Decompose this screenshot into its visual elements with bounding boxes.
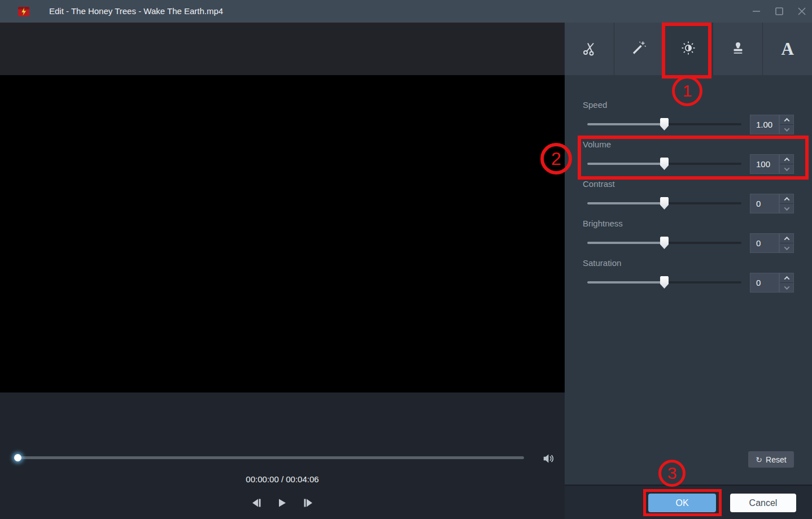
brightness-value-field[interactable]: 0 (750, 233, 779, 253)
contrast-label: Contrast (583, 179, 615, 189)
edit-panel: A Speed 1.00 Volume 100 Contr (565, 23, 812, 519)
text-icon: A (781, 39, 793, 59)
scissors-icon (581, 40, 597, 58)
contrast-slider[interactable] (587, 202, 741, 204)
speed-label: Speed (583, 100, 607, 110)
ok-button[interactable]: OK (648, 494, 716, 512)
volume-row: Volume 100 (583, 139, 794, 179)
brightness-label: Brightness (583, 219, 623, 228)
brightness-slider[interactable] (587, 242, 741, 244)
speed-slider[interactable] (587, 123, 741, 125)
panel-footer: OK Cancel (565, 486, 812, 519)
window-title: Edit - The Honey Trees - Wake The Earth.… (49, 0, 223, 23)
contrast-slider-thumb[interactable] (660, 197, 669, 210)
brightness-slider-thumb[interactable] (660, 237, 669, 249)
tab-watermark[interactable] (713, 23, 763, 75)
tool-tabs: A (565, 23, 812, 75)
tab-text[interactable]: A (763, 23, 812, 75)
saturation-row: Saturation 0 (583, 258, 794, 298)
cancel-button[interactable]: Cancel (730, 494, 796, 512)
saturation-stepper-up[interactable] (780, 273, 793, 282)
app-logo-icon (17, 5, 30, 18)
reset-button-label: Reset (766, 455, 787, 464)
speed-stepper-down[interactable] (780, 125, 793, 134)
titlebar: Edit - The Honey Trees - Wake The Earth.… (0, 0, 812, 23)
transport-controls (0, 496, 565, 509)
seek-thumb[interactable] (14, 454, 21, 461)
tab-trim[interactable] (565, 23, 614, 75)
volume-slider-thumb[interactable] (660, 158, 669, 170)
play-button[interactable] (276, 496, 289, 509)
tab-adjust[interactable] (664, 23, 714, 75)
reset-button[interactable]: ↻ Reset (748, 451, 794, 468)
saturation-slider-thumb[interactable] (660, 276, 669, 289)
volume-stepper (779, 154, 794, 174)
next-frame-button[interactable] (302, 496, 315, 509)
brightness-stepper (779, 233, 794, 253)
saturation-label: Saturation (583, 258, 621, 268)
contrast-stepper-down[interactable] (780, 204, 793, 213)
edit-dialog-window: Edit - The Honey Trees - Wake The Earth.… (0, 0, 812, 519)
saturation-stepper (779, 273, 794, 293)
speed-row: Speed 1.00 (583, 100, 794, 139)
volume-slider[interactable] (587, 163, 741, 165)
time-display: 00:00:00 / 00:04:06 (0, 474, 565, 484)
volume-value-field[interactable]: 100 (750, 154, 779, 174)
video-preview (0, 75, 565, 392)
magic-wand-icon (631, 40, 647, 58)
volume-stepper-down[interactable] (780, 164, 793, 173)
volume-label: Volume (583, 139, 611, 149)
contrast-row: Contrast 0 (583, 179, 794, 219)
maximize-button[interactable] (767, 0, 792, 23)
saturation-slider[interactable] (587, 281, 741, 284)
video-letterbox (0, 23, 565, 75)
reset-icon: ↻ (756, 455, 762, 464)
close-button[interactable] (789, 0, 812, 23)
previous-frame-button[interactable] (250, 496, 263, 509)
brightness-stepper-up[interactable] (780, 234, 793, 243)
contrast-value-field[interactable]: 0 (750, 194, 779, 213)
contrast-stepper-up[interactable] (780, 194, 793, 203)
speed-value-field[interactable]: 1.00 (750, 115, 779, 134)
volume-stepper-up[interactable] (780, 155, 793, 164)
speed-stepper-up[interactable] (780, 115, 793, 124)
speed-slider-thumb[interactable] (660, 118, 669, 130)
contrast-stepper (779, 194, 794, 213)
brightness-row: Brightness 0 (583, 219, 794, 258)
video-player-area: 00:00:00 / 00:04:06 (0, 23, 565, 519)
brightness-icon (680, 40, 697, 59)
speed-stepper (779, 115, 794, 134)
seek-bar[interactable] (17, 456, 524, 459)
minimize-button[interactable] (744, 0, 769, 23)
volume-icon[interactable] (542, 452, 555, 465)
stamp-icon (731, 41, 745, 58)
brightness-stepper-down[interactable] (780, 243, 793, 252)
tab-effect[interactable] (614, 23, 664, 75)
saturation-stepper-down[interactable] (780, 283, 793, 292)
saturation-value-field[interactable]: 0 (750, 273, 779, 293)
